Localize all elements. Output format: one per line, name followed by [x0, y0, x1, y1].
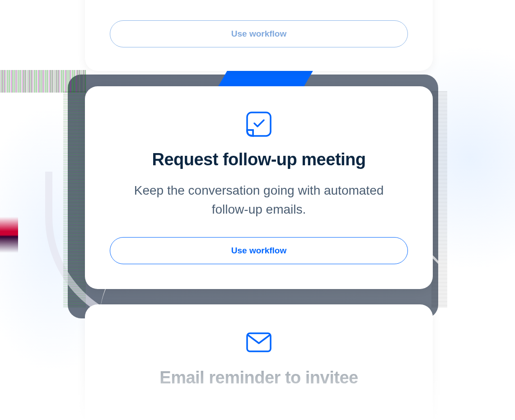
card-title: Email reminder to invitee: [159, 368, 358, 387]
artifact-noise-left: [63, 90, 86, 307]
card-description: Keep the conversation going with automat…: [132, 181, 385, 219]
workflow-card-email-reminder: Email reminder to invitee: [85, 304, 433, 420]
card-description-partial: for the host or invitee.: [198, 0, 319, 3]
use-workflow-button[interactable]: Use workflow: [110, 237, 408, 264]
envelope-icon: [246, 329, 272, 355]
workflow-card-partial-top: for the host or invitee. Use workflow: [85, 0, 433, 71]
artifact-noise-top: [0, 70, 86, 93]
artifact-noise-right: [431, 90, 447, 307]
workflow-cards-list: for the host or invitee. Use workflow Re…: [85, 0, 433, 420]
use-workflow-button[interactable]: Use workflow: [110, 20, 408, 47]
note-check-icon: [246, 111, 272, 137]
card-title: Request follow-up meeting: [152, 150, 365, 169]
artifact-red-edge: [0, 217, 18, 253]
workflow-card-followup: Request follow-up meeting Keep the conve…: [85, 86, 433, 289]
